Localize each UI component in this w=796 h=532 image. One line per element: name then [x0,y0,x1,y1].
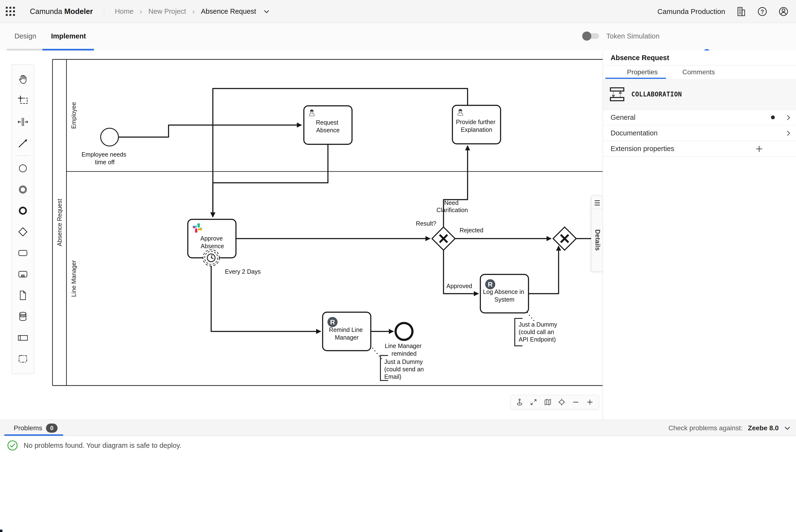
selected-element-name: Absence Request [611,54,669,62]
tab-problems[interactable]: Problems 0 [14,420,57,436]
chevron-right-icon[interactable] [785,114,792,122]
chevron-down-icon [784,425,791,432]
element-type-label: COLLABORATION [631,91,682,98]
annotation-api[interactable]: Just a Dummy (could call an API Endpoint… [515,319,559,346]
rest-connector-icon: R [327,317,338,327]
details-menu-icon [595,200,600,207]
header-divider [104,6,104,17]
breadcrumb-home[interactable]: Home [115,7,133,15]
token-simulation-control: Token Simulation [582,23,659,49]
create-gateway-icon[interactable] [15,221,31,243]
user-profile-icon[interactable] [778,6,789,17]
create-end-event-icon[interactable] [15,200,31,221]
problems-strip: Problems 0 Check problems against: Zeebe… [0,420,796,436]
zoom-out-icon[interactable] [572,398,580,406]
canvas-controls [510,395,599,409]
task-remind-line-manager[interactable]: R Remind Line Manager [323,312,371,351]
element-palette [12,64,34,374]
fit-viewport-icon[interactable] [529,398,538,406]
lasso-tool-icon[interactable] [15,90,31,111]
tab-properties[interactable]: Properties [627,65,658,79]
chevron-right-icon[interactable] [785,130,792,137]
bpmn-diagram-svg: Absence Request Employee Line Manager [0,51,603,420]
problems-count-badge: 0 [46,423,57,433]
camunda-modeler-app: Camunda Modeler Home › New Project › Abs… [0,0,796,532]
tab-comments[interactable]: Comments [682,65,715,79]
pool-label: Absence Request [56,199,63,246]
create-start-event-icon[interactable] [15,158,31,179]
app-switcher-icon[interactable] [6,7,15,16]
gateway-result-label: Result? [416,220,436,227]
association-remind-annotation[interactable] [373,348,383,361]
flow-request-to-approve[interactable] [213,145,328,217]
token-simulation-toggle[interactable] [582,33,600,40]
gateway-result[interactable]: Result? [416,220,455,250]
check-against-value: Zeebe 8.0 [748,424,779,432]
flow-start-to-request[interactable] [119,125,302,137]
corner-widget-fragment [0,530,2,532]
group-extension-properties[interactable]: Extension properties [603,141,796,156]
problems-label: Problems [14,424,42,432]
flow-need-clarification[interactable] [444,146,468,227]
create-subprocess-icon[interactable] [15,264,31,285]
create-task-icon[interactable] [15,243,31,264]
success-check-icon [7,440,18,451]
flow-timer-to-remind[interactable] [211,266,321,331]
create-participant-icon[interactable] [15,327,31,348]
group-general[interactable]: General [603,110,796,125]
svg-text:Employee needs time: Employee needs time off [82,151,128,166]
zoom-in-icon[interactable] [586,398,594,406]
space-tool-icon[interactable] [15,111,31,133]
help-icon[interactable]: ? [757,6,767,17]
tab-underline-inactive [7,49,42,51]
brand-camunda: Camunda [30,7,62,16]
task-request-absence[interactable]: Request Absence [304,106,352,144]
header-right: Camunda Production ? [657,6,789,17]
end-event-line-manager-reminded[interactable]: Line Manager reminded [385,323,423,357]
tab-implement[interactable]: Implement [51,23,86,49]
brand-modeler: Modeler [64,7,93,16]
bpmn-canvas[interactable]: Absence Request Employee Line Manager [0,51,603,420]
properties-panel: Absence Request Properties Comments COLL… [603,51,796,420]
breadcrumb-project[interactable]: New Project [148,7,186,15]
check-problems-against-select[interactable]: Check problems against: Zeebe 8.0 [668,420,791,436]
create-intermediate-event-icon[interactable] [15,179,31,200]
lane-label-line-manager: Line Manager [70,260,77,297]
annotation-email[interactable]: Just a Dummy (could send an Email) [380,356,426,380]
properties-panel-header: Absence Request [603,51,796,65]
flow-log-to-merge-gateway[interactable] [529,246,559,294]
create-group-icon[interactable] [15,348,31,369]
task-provide-further-explanation[interactable]: Provide further Explanation [452,105,501,144]
breadcrumb-current-file[interactable]: Absence Request [201,7,256,15]
details-side-tab[interactable]: Details [591,195,603,272]
global-connect-tool-icon[interactable] [15,133,31,154]
organization-name[interactable]: Camunda Production [657,7,725,16]
mode-tab-bar: Design Implement Token Simulation Test D… [0,23,796,51]
association-log-annotation[interactable] [527,313,535,321]
tab-design[interactable]: Design [15,23,36,49]
create-data-object-icon[interactable] [15,285,31,306]
label-approved: Approved [447,283,472,289]
problems-tab-underline [4,434,63,436]
group-documentation[interactable]: Documentation [603,125,796,141]
bottom-panel: Problems 0 Check problems against: Zeebe… [0,420,796,532]
file-menu-chevron-icon[interactable] [264,8,270,15]
brand: Camunda Modeler [30,7,93,16]
svg-text:Just a Dummy (could: Just a Dummy (could send an Email) [384,358,426,380]
reset-view-icon[interactable] [515,398,524,406]
task-log-absence-in-system[interactable]: R Log Absence in System [480,274,528,313]
organization-icon[interactable] [736,6,746,17]
minimap-icon[interactable] [544,398,552,406]
center-canvas-icon[interactable] [558,398,566,406]
create-data-store-icon[interactable] [15,306,31,327]
timer-label: Every 2 Days [225,268,261,275]
breadcrumb: Home › New Project › Absence Request [115,7,270,16]
start-event-employee-needs-time-off[interactable]: Employee needs time off [82,128,128,166]
problems-message-row: No problems found. Your diagram is safe … [0,436,796,455]
collaboration-icon [609,86,625,102]
svg-text:?: ? [761,8,764,15]
add-extension-property-icon[interactable] [755,144,764,154]
hand-tool-icon[interactable] [15,69,31,90]
svg-text:R: R [488,281,493,288]
gateway-merge[interactable] [553,227,576,250]
